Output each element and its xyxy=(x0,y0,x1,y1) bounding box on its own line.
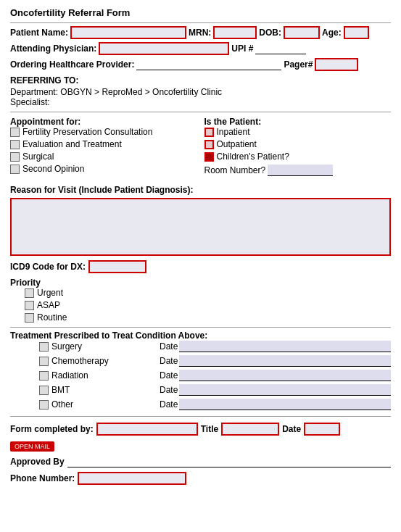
date-label-1: Date xyxy=(160,356,178,366)
date-input-1[interactable] xyxy=(179,355,391,367)
status-checkbox-1[interactable] xyxy=(204,140,214,149)
treatment-option-label-2: Radiation xyxy=(51,370,88,381)
priority-checkbox-2[interactable] xyxy=(25,313,34,323)
treatment-row-0: Surgery Date xyxy=(39,341,391,352)
treatment-option-label-3: BMT xyxy=(51,385,70,395)
treatment-option-label-0: Surgery xyxy=(51,341,82,352)
reason-textarea[interactable] xyxy=(10,198,391,256)
title-label: Title xyxy=(201,424,218,434)
approved-input[interactable] xyxy=(67,456,391,467)
dob-label: DOB: xyxy=(259,28,281,38)
priority-option-0[interactable]: Urgent xyxy=(25,288,391,298)
date-input-4[interactable] xyxy=(179,399,391,410)
appt-checkbox-2[interactable] xyxy=(10,152,20,162)
date-label-3: Date xyxy=(160,385,178,395)
room-number-row: Room Number? xyxy=(204,165,392,176)
status-checkbox-2[interactable] xyxy=(204,152,214,162)
mrn-label: MRN: xyxy=(189,28,211,38)
patient-name-label: Patient Name: xyxy=(10,28,68,38)
approved-label: Approved By xyxy=(10,457,65,467)
treatment-right-4: Date xyxy=(160,399,391,410)
treatment-right-0: Date xyxy=(160,341,391,352)
treatment-right-2: Date xyxy=(160,370,391,381)
appt-option-label-2: Surgical xyxy=(22,151,54,162)
priority-option-2[interactable]: Routine xyxy=(25,312,391,323)
attending-label: Attending Physician: xyxy=(10,43,96,54)
pager-label: Pager# xyxy=(284,59,313,70)
appt-option-3[interactable]: Second Opinion xyxy=(10,164,197,174)
date-label-4: Date xyxy=(160,399,178,410)
attending-input[interactable] xyxy=(99,42,229,55)
reason-section: Reason for Visit (Include Patient Diagno… xyxy=(10,185,391,256)
appt-option-label-0: Fertility Preservation Consultation xyxy=(22,127,152,137)
form-completed-row: Form completed by: Title Date xyxy=(10,423,391,436)
appt-checkbox-1[interactable] xyxy=(10,140,20,149)
treatment-checkbox-2[interactable] xyxy=(39,371,49,381)
treatment-right-1: Date xyxy=(160,355,391,367)
treatment-checkbox-1[interactable] xyxy=(39,357,49,366)
appt-option-label-3: Second Opinion xyxy=(22,164,84,174)
room-label: Room Number? xyxy=(204,165,266,175)
room-input[interactable] xyxy=(268,165,333,176)
pager-input[interactable] xyxy=(315,58,358,71)
patient-status-col: Is the Patient: Inpatient Outpatient Chi… xyxy=(204,117,392,179)
upi-input[interactable] xyxy=(255,43,306,54)
appt-checkbox-3[interactable] xyxy=(10,165,20,174)
icd-input[interactable] xyxy=(88,260,146,273)
status-option-1[interactable]: Outpatient xyxy=(204,139,392,149)
treatment-row-3: BMT Date xyxy=(39,384,391,396)
status-option-2[interactable]: Children's Patient? xyxy=(204,151,392,162)
appt-option-1[interactable]: Evaluation and Treatment xyxy=(10,139,197,149)
open-mail-container: OPEN MAIL xyxy=(10,439,391,452)
phone-input[interactable] xyxy=(78,472,186,485)
treatment-left-3: BMT xyxy=(39,385,155,395)
ordering-input[interactable] xyxy=(136,59,281,70)
priority-option-label-0: Urgent xyxy=(37,288,63,298)
priority-section: Priority Urgent ASAP Routine xyxy=(10,278,391,323)
phone-label: Phone Number: xyxy=(10,473,75,483)
treatment-right-3: Date xyxy=(160,384,391,396)
treatment-left-1: Chemotherapy xyxy=(39,356,155,366)
treatment-checkbox-3[interactable] xyxy=(39,386,49,395)
date2-label: Date xyxy=(282,424,301,434)
date-input-0[interactable] xyxy=(179,341,391,352)
date-input-3[interactable] xyxy=(179,384,391,396)
date-label-2: Date xyxy=(160,370,178,381)
appt-checkbox-0[interactable] xyxy=(10,128,20,137)
dob-input[interactable] xyxy=(284,26,320,39)
title-input[interactable] xyxy=(221,423,279,436)
treatment-checkbox-0[interactable] xyxy=(39,342,49,352)
treatment-section: Treatment Prescribed to Treat Condition … xyxy=(10,331,391,410)
patient-name-input[interactable] xyxy=(70,26,186,39)
appt-option-2[interactable]: Surgical xyxy=(10,151,197,162)
age-label: Age: xyxy=(322,28,342,38)
status-checkbox-0[interactable] xyxy=(204,128,214,137)
appointment-section: Appointment for: Fertility Preservation … xyxy=(10,117,391,179)
ordering-label: Ordering Healthcare Provider: xyxy=(10,59,134,70)
appt-label: Appointment for: xyxy=(10,117,197,127)
upi-label: UPI # xyxy=(231,43,253,54)
form-completed-input[interactable] xyxy=(96,423,198,436)
date-label-0: Date xyxy=(160,341,178,352)
treatment-left-4: Other xyxy=(39,399,155,410)
attending-row: Attending Physician: UPI # xyxy=(10,42,391,55)
date2-input[interactable] xyxy=(304,423,340,436)
open-mail-button[interactable]: OPEN MAIL xyxy=(10,441,54,452)
priority-checkbox-1[interactable] xyxy=(25,301,34,310)
mrn-input[interactable] xyxy=(213,26,257,39)
approved-row: Approved By xyxy=(10,456,391,467)
priority-option-label-1: ASAP xyxy=(37,300,60,310)
treatment-left-0: Surgery xyxy=(39,341,155,352)
appt-option-label-1: Evaluation and Treatment xyxy=(22,139,122,149)
referring-section: REFERRING TO: Department: OBGYN > ReproM… xyxy=(10,75,391,107)
dept-label: Department: OBGYN > ReproMed > Oncoferti… xyxy=(10,87,391,97)
age-input[interactable] xyxy=(344,26,369,39)
treatment-checkbox-4[interactable] xyxy=(39,400,49,410)
priority-option-label-2: Routine xyxy=(37,312,67,323)
appt-option-0[interactable]: Fertility Preservation Consultation xyxy=(10,127,197,137)
treatment-row-1: Chemotherapy Date xyxy=(39,355,391,367)
status-option-0[interactable]: Inpatient xyxy=(204,127,392,137)
date-input-2[interactable] xyxy=(179,370,391,381)
priority-option-1[interactable]: ASAP xyxy=(25,300,391,310)
priority-checkbox-0[interactable] xyxy=(25,288,34,298)
